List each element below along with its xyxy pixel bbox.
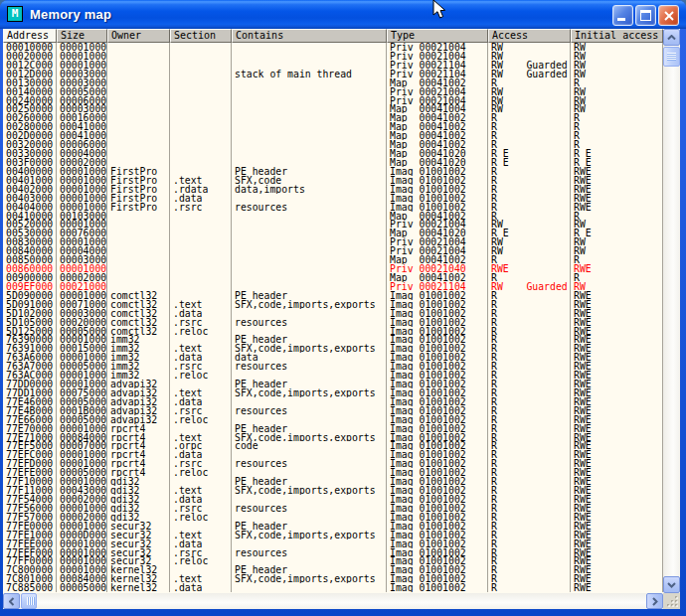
table-row[interactable]: 77FE1000 0000D000 secur32 .text SFX,code… bbox=[3, 531, 663, 539]
cell-section: .text bbox=[170, 574, 232, 583]
cell-size: 00001000 bbox=[57, 291, 107, 300]
table-row[interactable]: 00530000 00076000 Map 00041020 R E R E bbox=[3, 229, 663, 237]
resize-grip[interactable] bbox=[663, 593, 680, 609]
horizontal-scrollbar[interactable] bbox=[3, 593, 663, 609]
table-row[interactable]: 763A6000 00001000 imm32 .data data Imag … bbox=[3, 353, 663, 362]
scroll-up-button[interactable] bbox=[663, 29, 680, 46]
column-header-section[interactable]: Section bbox=[170, 29, 232, 43]
table-row[interactable]: 00280000 00041000 Map 00041002 R R bbox=[3, 122, 663, 131]
table-row[interactable]: 00410000 00103000 Map 00041002 R R bbox=[3, 212, 663, 221]
cell-access: R bbox=[488, 327, 571, 336]
cell-size: 00003000 bbox=[57, 78, 107, 87]
table-row[interactable]: 00402000 00001000 FirstPro .rdata data,i… bbox=[3, 185, 663, 194]
table-row[interactable]: 00320000 00006000 Map 00041002 R R bbox=[3, 140, 663, 149]
table-row[interactable]: 00240000 00006000 Priv 00021004 RW RW bbox=[3, 96, 663, 105]
table-row[interactable]: 77F54000 00002000 gdi32 .data Imag 01001… bbox=[3, 495, 663, 504]
table-row[interactable]: 00900000 00002000 Map 00041002 R R bbox=[3, 273, 663, 282]
table-row[interactable]: 00130000 00003000 Map 00041002 R R bbox=[3, 78, 663, 87]
scroll-down-button[interactable] bbox=[663, 576, 680, 593]
table-row[interactable]: 00403000 00001000 FirstPro .data Imag 01… bbox=[3, 194, 663, 203]
table-row[interactable]: 77E71000 00084000 rpcrt4 .text SFX,code,… bbox=[3, 433, 663, 442]
table-row[interactable]: 5D091000 00071000 comctl32 .text SFX,cod… bbox=[3, 300, 663, 309]
cell-section bbox=[170, 52, 232, 61]
column-header-contains[interactable]: Contains bbox=[232, 29, 387, 43]
table-row[interactable]: 00400000 00001000 FirstPro PE header Ima… bbox=[3, 167, 663, 176]
table-row[interactable]: 5D102000 00003000 comctl32 .data Imag 01… bbox=[3, 309, 663, 318]
table-row[interactable]: 5D090000 00001000 comctl32 PE header Ima… bbox=[3, 291, 663, 300]
table-row[interactable]: 77FEE000 00001000 secur32 .data Imag 010… bbox=[3, 539, 663, 548]
table-row[interactable]: 5D125000 00005000 comctl32 .reloc Imag 0… bbox=[3, 327, 663, 336]
scroll-left-button[interactable] bbox=[3, 593, 20, 609]
cell-type: Map 00041020 bbox=[387, 229, 488, 237]
table-row[interactable]: 00850000 00003000 Map 00041002 R R bbox=[3, 255, 663, 264]
table-row[interactable]: 77E66000 00005000 advapi32 .reloc Imag 0… bbox=[3, 415, 663, 424]
table-row[interactable]: 77FEF000 00001000 secur32 .rsrc resource… bbox=[3, 548, 663, 557]
cell-owner bbox=[107, 78, 170, 87]
table-row[interactable]: 00840000 00004000 Priv 00021004 RW RW bbox=[3, 246, 663, 255]
table-row[interactable]: 77DD0000 00001000 advapi32 PE header Ima… bbox=[3, 380, 663, 388]
table-row[interactable]: 00330000 00004000 Map 00041020 R E R E bbox=[3, 149, 663, 158]
table-row[interactable]: 77FE0000 00001000 secur32 PE header Imag… bbox=[3, 522, 663, 531]
table-row[interactable]: 7C885000 00005000 kernel32 .data Imag 01… bbox=[3, 583, 663, 592]
table-row[interactable]: 7C801000 00084000 kernel32 .text SFX,cod… bbox=[3, 574, 663, 583]
table-row[interactable]: 00010000 00001000 Priv 00021004 RW RW bbox=[3, 43, 663, 52]
minimize-button[interactable] bbox=[612, 5, 633, 26]
cell-type: Imag 01001002 bbox=[387, 327, 488, 336]
table-row[interactable]: 77E4B000 0001B000 advapi32 .rsrc resourc… bbox=[3, 406, 663, 415]
table-row[interactable]: 77F10000 00001000 gdi32 PE header Imag 0… bbox=[3, 477, 663, 486]
table-row[interactable]: 00140000 00005000 Priv 00021004 RW RW bbox=[3, 87, 663, 96]
table-row[interactable]: 00020000 00001000 Priv 00021004 RW RW bbox=[3, 52, 663, 61]
cell-owner bbox=[107, 113, 170, 122]
cell-size: 00003000 bbox=[57, 104, 107, 113]
table-row[interactable]: 00260000 00016000 Map 00041002 R R bbox=[3, 113, 663, 122]
table-row[interactable]: 77E70000 00001000 rpcrt4 PE header Imag … bbox=[3, 424, 663, 433]
table-row[interactable]: 763A7000 00005000 imm32 .rsrc resources … bbox=[3, 362, 663, 371]
table-row[interactable]: 5D105000 00020000 comctl32 .rsrc resourc… bbox=[3, 318, 663, 327]
table-row[interactable]: 00830000 00001000 Priv 00021004 RW RW bbox=[3, 237, 663, 246]
cell-address: 00400000 bbox=[3, 167, 57, 176]
table-row[interactable]: 77EFC000 00001000 rpcrt4 .data Imag 0100… bbox=[3, 450, 663, 459]
cell-size: 00001000 bbox=[57, 371, 107, 380]
vertical-scroll-thumb[interactable] bbox=[663, 47, 680, 67]
column-header-initial-access[interactable]: Initial access bbox=[571, 29, 663, 43]
maximize-button[interactable] bbox=[635, 5, 656, 26]
table-row[interactable]: 77FF0000 00001000 secur32 .reloc Imag 01… bbox=[3, 556, 663, 565]
table-row[interactable]: 76390000 00001000 imm32 PE header Imag 0… bbox=[3, 335, 663, 344]
table-row[interactable]: 77EFD000 00001000 rpcrt4 .rsrc resources… bbox=[3, 459, 663, 468]
table-row[interactable]: 77DD1000 00075000 advapi32 .text SFX,cod… bbox=[3, 388, 663, 397]
table-row[interactable]: 0012C000 00001000 Priv 00021104 RW Guard… bbox=[3, 61, 663, 70]
title-bar[interactable]: M Memory map bbox=[0, 0, 686, 29]
vertical-scrollbar[interactable] bbox=[663, 29, 680, 593]
close-button[interactable] bbox=[658, 5, 679, 26]
horizontal-scroll-thumb[interactable] bbox=[21, 593, 37, 609]
table-row[interactable]: 77E46000 00005000 advapi32 .data Imag 01… bbox=[3, 397, 663, 406]
table-row[interactable]: 77F56000 00001000 gdi32 .rsrc resources … bbox=[3, 504, 663, 513]
scroll-right-button[interactable] bbox=[646, 593, 663, 609]
table-row[interactable]: 002D0000 00041000 Map 00041002 R R bbox=[3, 131, 663, 140]
column-header-address[interactable]: Address bbox=[3, 29, 57, 43]
table-row[interactable]: 77EF5000 00007000 rpcrt4 .orpc code Imag… bbox=[3, 441, 663, 450]
table-row[interactable]: 003F0000 00002000 Map 00041020 R E R E bbox=[3, 158, 663, 167]
table-row[interactable]: 763AC000 00001000 imm32 .reloc Imag 0100… bbox=[3, 371, 663, 380]
table-row[interactable]: 7C800000 00001000 kernel32 PE header Ima… bbox=[3, 565, 663, 574]
table-row[interactable]: 00404000 00001000 FirstPro .rsrc resourc… bbox=[3, 203, 663, 212]
cell-address: 77F54000 bbox=[3, 495, 57, 504]
table-row[interactable]: 00520000 00001000 Priv 00021004 RW RW bbox=[3, 220, 663, 229]
table-row[interactable]: 00401000 00001000 FirstPro .text SFX,cod… bbox=[3, 176, 663, 185]
table-row[interactable]: 009EF000 00021000 Priv 00021104 RW Guard… bbox=[3, 282, 663, 291]
cell-size: 00004000 bbox=[57, 246, 107, 255]
table-row[interactable]: 76391000 00015000 imm32 .text SFX,code,i… bbox=[3, 344, 663, 353]
table-row[interactable]: 0012D000 00003000 stack of main thread P… bbox=[3, 70, 663, 78]
column-header-owner[interactable]: Owner bbox=[107, 29, 170, 43]
cell-owner: rpcrt4 bbox=[107, 459, 170, 468]
column-header-access[interactable]: Access bbox=[488, 29, 571, 43]
table-row[interactable]: 77F57000 00002000 gdi32 .reloc Imag 0100… bbox=[3, 513, 663, 522]
cell-address: 002D0000 bbox=[3, 131, 57, 140]
column-header-size[interactable]: Size bbox=[57, 29, 107, 43]
table-row[interactable]: 00250000 00003000 Map 00041004 RW RW bbox=[3, 104, 663, 113]
table-row[interactable]: 00860000 00001000 Priv 00021040 RWE RWE bbox=[3, 264, 663, 273]
table-row[interactable]: 77F11000 00043000 gdi32 .text SFX,code,i… bbox=[3, 486, 663, 495]
cell-section: .data bbox=[170, 539, 232, 548]
column-header-type[interactable]: Type bbox=[387, 29, 488, 43]
table-row[interactable]: 77EFE000 00005000 rpcrt4 .reloc Imag 010… bbox=[3, 468, 663, 477]
